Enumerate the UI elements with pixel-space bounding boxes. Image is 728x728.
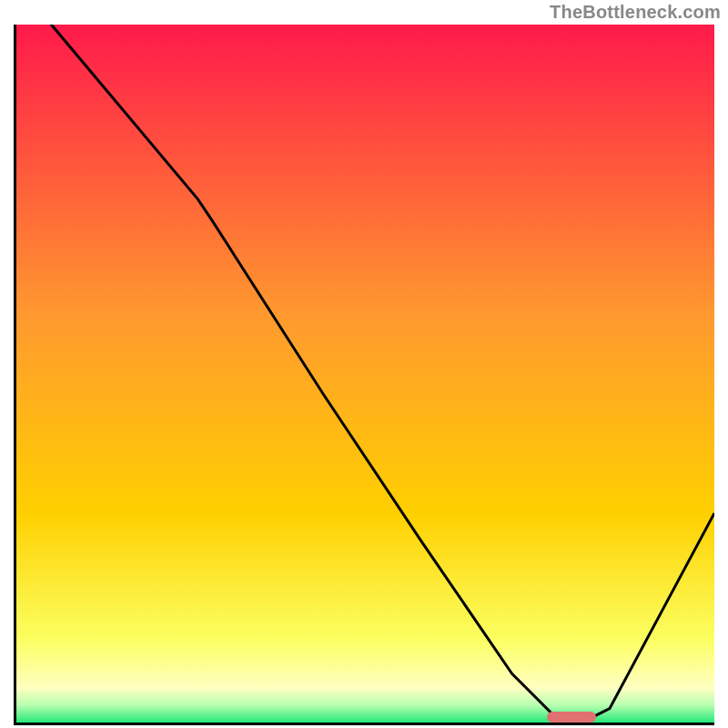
plot-svg [16, 25, 714, 723]
plot-frame [14, 25, 714, 725]
gradient-background [16, 25, 714, 723]
watermark-label: TheBottleneck.com [550, 2, 721, 23]
chart-root: TheBottleneck.com [0, 0, 728, 728]
optimal-range-marker [547, 712, 596, 723]
